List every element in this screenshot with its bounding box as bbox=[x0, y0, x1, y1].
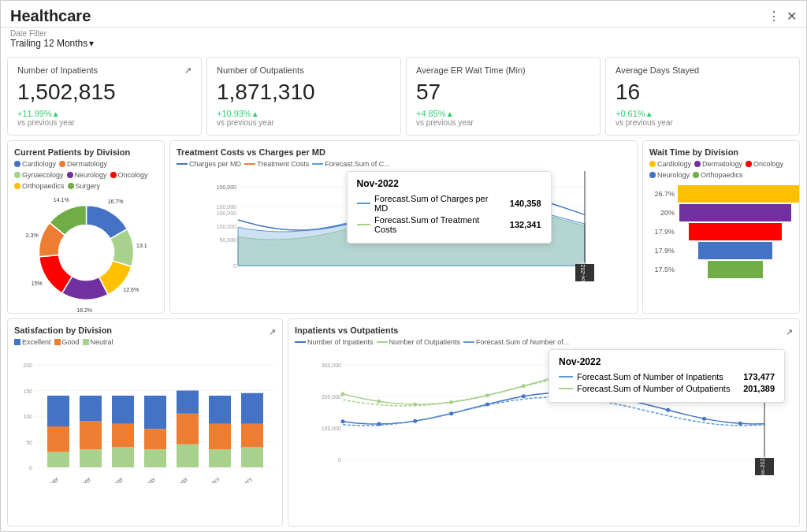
legend-item: Charges per MD bbox=[177, 160, 241, 168]
funnel-bar bbox=[679, 204, 791, 221]
legend-line bbox=[295, 341, 306, 343]
funnel-bar bbox=[678, 185, 800, 203]
svg-point-72 bbox=[522, 394, 526, 398]
svg-rect-35 bbox=[80, 449, 102, 467]
kpi-card-1: Number of Outpatients 1,871,310 +10.93%▲… bbox=[206, 57, 401, 136]
more-icon[interactable]: ⋮ bbox=[768, 9, 780, 24]
current-patients-title: Current Patients by Division bbox=[14, 147, 158, 157]
satisfaction-legend: ExcellentGoodNeutral bbox=[14, 338, 276, 346]
svg-point-83 bbox=[485, 393, 489, 397]
legend-item: Gynaecology bbox=[14, 171, 64, 179]
date-filter-row: Date Filter Trailing 12 Months ▾ bbox=[1, 28, 806, 52]
donut-chart: 16.7%13.1%12.6%16.2%15%12.3%14.1% bbox=[23, 189, 149, 314]
treatment-costs-title: Treatment Costs vs Charges per MD bbox=[177, 147, 630, 157]
svg-rect-43 bbox=[144, 449, 166, 467]
legend-item: Neutral bbox=[83, 338, 113, 346]
svg-rect-40 bbox=[112, 424, 134, 447]
funnel-segment: 17.9% bbox=[649, 242, 793, 259]
inpatients-legend: Number of InpatientsNumber of Outpatient… bbox=[295, 338, 793, 346]
treatment-tooltip: Nov-2022 Forecast.Sum of Charges per MD1… bbox=[347, 171, 552, 244]
svg-point-69 bbox=[413, 419, 417, 423]
header: Healthcare ⋮ ✕ bbox=[1, 1, 806, 28]
header-actions: ⋮ ✕ bbox=[768, 9, 797, 24]
current-patients-legend: CardiologyDermatologyGynaecologyNeurolog… bbox=[14, 160, 158, 190]
svg-text:50: 50 bbox=[26, 440, 32, 445]
tooltip-row: Forecast.Sum of Charges per MD140,358 bbox=[357, 194, 541, 213]
satisfaction-expand[interactable]: ↗ bbox=[269, 327, 276, 337]
tooltip-row: Forecast.Sum of Number of Outpatients201… bbox=[559, 384, 775, 393]
svg-text:200: 200 bbox=[23, 363, 32, 368]
wait-time-title: Wait Time by Division bbox=[649, 147, 793, 157]
svg-text:0: 0 bbox=[338, 457, 341, 463]
svg-point-82 bbox=[449, 400, 453, 404]
kpi-prev-2: vs previous year bbox=[416, 118, 590, 127]
kpi-change-1: +10.93%▲ bbox=[217, 109, 391, 118]
funnel-bar bbox=[689, 223, 782, 240]
kpi-title-3: Average Days Stayed bbox=[615, 65, 790, 75]
tooltip-title: Nov-2022 bbox=[357, 178, 541, 189]
svg-point-79 bbox=[341, 392, 345, 396]
legend-item: Cardiology bbox=[14, 160, 56, 168]
svg-point-68 bbox=[377, 422, 381, 426]
legend-line bbox=[463, 341, 474, 343]
kpi-change-2: +4.85%▲ bbox=[416, 109, 590, 118]
kpi-prev-0: vs previous year bbox=[17, 118, 192, 127]
svg-text:100: 100 bbox=[23, 414, 32, 419]
svg-text:16.2%: 16.2% bbox=[76, 307, 92, 313]
legend-dot bbox=[14, 172, 20, 178]
inpatients-expand[interactable]: ↗ bbox=[786, 327, 793, 337]
svg-text:Oncology: Oncology bbox=[168, 475, 189, 483]
legend-dot bbox=[67, 172, 73, 178]
legend-dot bbox=[746, 161, 752, 167]
svg-text:14.1%: 14.1% bbox=[53, 196, 69, 202]
kpi-link-icon[interactable]: ↗ bbox=[184, 65, 192, 76]
svg-text:Dermatology: Dermatology bbox=[65, 475, 92, 483]
svg-text:Nov-2022: Nov-2022 bbox=[580, 262, 586, 281]
legend-dot bbox=[694, 161, 701, 167]
legend-item: Oncology bbox=[110, 171, 148, 179]
legend-line bbox=[244, 163, 255, 165]
svg-text:300,000: 300,000 bbox=[322, 363, 341, 368]
svg-rect-45 bbox=[144, 396, 166, 429]
kpi-prev-3: vs previous year bbox=[615, 118, 790, 127]
svg-text:200,000: 200,000 bbox=[322, 394, 341, 400]
close-icon[interactable]: ✕ bbox=[787, 9, 797, 24]
legend-item: Dermatology bbox=[59, 160, 107, 168]
funnel-segment: 17.5% bbox=[649, 261, 793, 278]
legend-rect bbox=[14, 339, 20, 345]
legend-item: Cardiology bbox=[649, 160, 691, 168]
legend-rect bbox=[83, 339, 89, 345]
svg-point-70 bbox=[449, 411, 453, 415]
svg-rect-57 bbox=[241, 393, 263, 424]
date-filter-dropdown[interactable]: Trailing 12 Months ▾ bbox=[10, 38, 797, 49]
kpi-title-2: Average ER Wait Time (Min) bbox=[416, 65, 590, 75]
legend-item: Excellent bbox=[14, 338, 51, 346]
svg-text:100,000: 100,000 bbox=[217, 210, 236, 216]
svg-rect-36 bbox=[80, 422, 102, 450]
svg-text:100,000: 100,000 bbox=[322, 426, 341, 431]
kpi-prev-1: vs previous year bbox=[217, 118, 391, 127]
satisfaction-title: Satisfaction by Division bbox=[14, 326, 112, 335]
kpi-card-2: Average ER Wait Time (Min) 57 +4.85%▲ vs… bbox=[406, 57, 601, 136]
kpi-change-3: +0.61%▲ bbox=[615, 109, 790, 118]
svg-point-76 bbox=[666, 408, 670, 412]
legend-item: Neurology bbox=[67, 171, 107, 179]
bottom-row: Satisfaction by Division ↗ ExcellentGood… bbox=[7, 318, 800, 526]
treatment-costs-card: Treatment Costs vs Charges per MD Charge… bbox=[169, 140, 638, 314]
funnel-segment: 17.9% bbox=[649, 223, 793, 240]
svg-rect-56 bbox=[241, 424, 263, 447]
legend-item: Forecast.Sum of C... bbox=[312, 160, 390, 168]
svg-text:100,000: 100,000 bbox=[217, 204, 236, 210]
main-content: Number of Inpatients ↗ 1,502,815 +11.99%… bbox=[1, 52, 806, 531]
funnel-bar bbox=[708, 261, 762, 278]
legend-item: Number of Outpatients bbox=[377, 338, 461, 346]
svg-text:50,000: 50,000 bbox=[220, 237, 237, 243]
svg-rect-32 bbox=[47, 426, 69, 452]
legend-line bbox=[177, 163, 188, 165]
kpi-card-0: Number of Inpatients ↗ 1,502,815 +11.99%… bbox=[7, 57, 202, 136]
svg-text:Cardiology: Cardiology bbox=[36, 475, 60, 483]
funnel-segment: 20% bbox=[649, 204, 793, 221]
svg-rect-48 bbox=[177, 414, 199, 445]
legend-line bbox=[312, 163, 323, 165]
current-patients-card: Current Patients by Division CardiologyD… bbox=[7, 140, 165, 314]
